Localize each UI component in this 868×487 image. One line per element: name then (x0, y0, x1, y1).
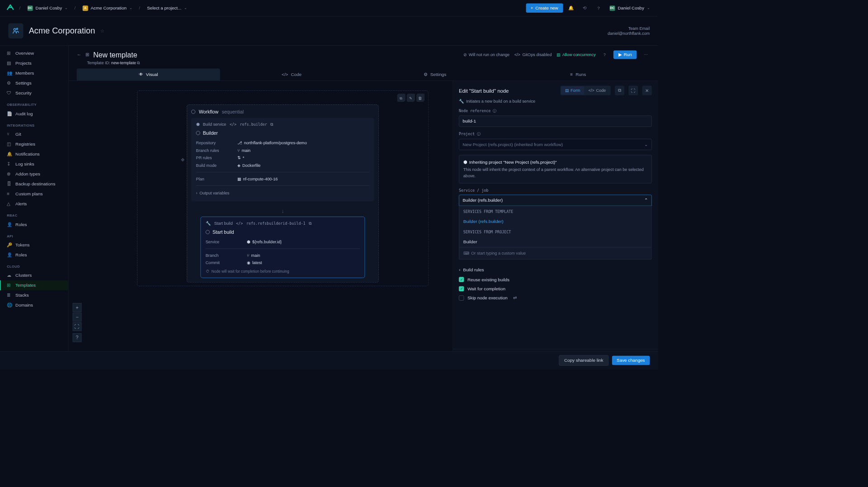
breadcrumb-project[interactable]: Select a project... ⌄ (144, 4, 189, 12)
toggle-form[interactable]: ▤Form (561, 86, 585, 95)
fit-view-button[interactable]: ⛶ (73, 322, 82, 331)
wrench-icon: 🔧 (459, 99, 464, 104)
canvas[interactable]: -50 ▢ ✎ 🗑 ⧉ ✎ 🗑 Workflow s (69, 81, 658, 369)
save-changes-button[interactable]: Save changes (612, 356, 650, 365)
star-icon[interactable]: ☆ (100, 28, 104, 33)
sidebar-item-members[interactable]: 👥Members (0, 68, 68, 78)
breadcrumb-user[interactable]: DC Daniel Cosby ⌄ (24, 4, 70, 12)
tab-code[interactable]: </>Code (220, 69, 363, 81)
page-title: Acme Corporation (29, 26, 95, 36)
sidebar-item-addon-types[interactable]: ⊕Addon types (0, 169, 68, 179)
sidebar-item-registries[interactable]: ◫Registries (0, 139, 68, 149)
sidebar-item-rbac-roles[interactable]: 👤Roles (0, 219, 68, 229)
output-variables-expand[interactable]: ›Output variables (196, 189, 370, 198)
tab-runs[interactable]: ≡Runs (506, 69, 650, 81)
sidebar-item-domains[interactable]: 🌐Domains (0, 300, 68, 310)
delete-icon[interactable]: 🗑 (416, 94, 424, 102)
wait-completion-checkbox[interactable]: ✓Wait for completion (459, 284, 652, 293)
sidebar-item-notifications[interactable]: 🔔Notifications (0, 149, 68, 159)
gear-icon: ⚙ (424, 72, 428, 77)
service-select[interactable]: Builder (refs.builder) ⌃ (459, 195, 652, 206)
user-avatar-icon: DC (609, 5, 615, 11)
sidebar-item-clusters[interactable]: ☁Clusters (0, 270, 68, 280)
checkbox-checked-icon: ✓ (459, 277, 464, 282)
globe-icon: 🌐 (7, 303, 12, 307)
copy-shareable-link-button[interactable]: Copy shareable link (559, 355, 609, 365)
breadcrumb-org[interactable]: A Acme Corporation ⌄ (80, 4, 135, 12)
copy-icon[interactable]: ⧉ (397, 94, 405, 102)
close-button[interactable]: ✕ (642, 86, 651, 95)
tab-visual[interactable]: 👁Visual (77, 69, 220, 81)
sidebar-item-stacks[interactable]: ≣Stacks (0, 290, 68, 300)
dropdown-custom-input[interactable]: ⌨Or start typing a custom value (459, 247, 651, 260)
project-select[interactable]: New Project (refs.project) (inherited fr… (459, 139, 652, 150)
dropdown-item-builder-template[interactable]: Builder (refs.builder) (459, 216, 651, 227)
toggle-code[interactable]: </>Code (584, 86, 610, 95)
copy-icon[interactable]: ⧉ (309, 221, 312, 226)
addon-icon: ⊕ (7, 171, 12, 176)
sidebar-item-templates[interactable]: ⊞Templates (0, 280, 68, 290)
drag-handle-icon[interactable]: ✥ (181, 157, 184, 162)
sidebar-section-api: API (0, 229, 68, 240)
info-icon[interactable]: ⓘ (493, 109, 496, 113)
start-build-node[interactable]: 🔧 Start build </> refs.refsbuilderid-bui… (200, 217, 365, 278)
sidebar-item-alerts[interactable]: △Alerts (0, 199, 68, 209)
workflow-outer-container[interactable]: ▢ ✎ 🗑 ⧉ ✎ 🗑 Workflow sequential (137, 90, 428, 286)
back-button[interactable]: ← (77, 52, 81, 57)
panel-title: Edit "Start build" node (459, 88, 556, 94)
help-icon[interactable]: ? (600, 51, 609, 59)
copy-button[interactable]: ⧉ (615, 86, 624, 95)
copy-icon[interactable]: ⧉ (137, 60, 140, 65)
sidebar-item-settings[interactable]: ⚙Settings (0, 78, 68, 88)
template-icon: ⊞ (7, 283, 12, 288)
node-reference-input[interactable] (459, 115, 652, 127)
sidebar-item-audit-log[interactable]: 📄Audit log (0, 109, 68, 118)
notifications-icon[interactable]: 🔔 (566, 3, 576, 14)
sidebar-item-api-roles[interactable]: 👤Roles (0, 250, 68, 260)
zoom-out-button[interactable]: − (73, 312, 82, 322)
nav-icon[interactable]: ⟲ (580, 3, 590, 14)
reuse-builds-checkbox[interactable]: ✓Reuse existing builds (459, 275, 652, 284)
create-new-button[interactable]: + Create new (526, 4, 563, 13)
code-icon: </> (236, 221, 243, 226)
status-concurrency[interactable]: ▥Allow concurrency (557, 52, 596, 57)
user-menu[interactable]: DC Daniel Cosby ⌄ (607, 4, 652, 12)
zoom-in-button[interactable]: + (73, 303, 82, 312)
build-service-node[interactable]: ✥ ⬢ Build service </> refs.builder ⧉ Bui… (191, 118, 374, 202)
sidebar-item-git[interactable]: ⑂Git (0, 129, 68, 139)
sidebar-item-security[interactable]: 🛡Security (0, 88, 68, 98)
plans-icon: ≡ (7, 191, 12, 196)
breadcrumb-separator: / (139, 5, 140, 10)
sidebar-item-projects[interactable]: ▤Projects (0, 58, 68, 68)
tab-settings[interactable]: ⚙Settings (363, 69, 506, 81)
copy-icon[interactable]: ⧉ (270, 122, 274, 127)
expand-button[interactable]: ⛶ (628, 86, 638, 95)
info-icon[interactable]: ⓘ (477, 132, 481, 137)
more-icon[interactable]: ⋯ (642, 51, 650, 59)
dropdown-section-project: SERVICES FROM PROJECT (459, 227, 651, 236)
status-gitops[interactable]: </>GitOps disabled (514, 52, 552, 57)
help-icon[interactable]: ? (593, 3, 604, 14)
status-will-not-run[interactable]: ⊘Will not run on change (463, 52, 510, 57)
workflow-inner-container[interactable]: ⧉ ✎ 🗑 Workflow sequential ✥ ⬢ (187, 104, 378, 282)
service-dropdown: SERVICES FROM TEMPLATE Builder (refs.bui… (459, 206, 652, 260)
docker-icon: ◈ (237, 163, 241, 168)
chevron-up-icon: ⌃ (644, 198, 648, 203)
dropdown-item-builder-project[interactable]: Builder (459, 236, 651, 247)
skip-execution-checkbox[interactable]: Skip node execution⇄ (459, 293, 652, 303)
sidebar-item-overview[interactable]: ⊞Overview (0, 48, 68, 58)
cube-icon: ⬢ (196, 122, 200, 127)
circle-slash-icon: ⊘ (463, 52, 467, 57)
run-button[interactable]: ▶Run (613, 50, 637, 59)
svg-point-1 (16, 28, 18, 29)
sidebar-item-tokens[interactable]: 🔑Tokens (0, 240, 68, 250)
sidebar-item-log-sinks[interactable]: ↧Log sinks (0, 159, 68, 169)
build-rules-expand[interactable]: ›Build rules (459, 264, 652, 274)
edit-icon[interactable]: ✎ (407, 94, 415, 102)
sidebar-item-backup-destinations[interactable]: 🗄Backup destinations (0, 179, 68, 189)
form-code-toggle: ▤Form </>Code (560, 86, 610, 95)
layers-icon: ▥ (557, 52, 560, 57)
help-button[interactable]: ? (73, 333, 82, 342)
sidebar-item-custom-plans[interactable]: ≡Custom plans (0, 189, 68, 199)
branch-icon: ⑂ (237, 148, 240, 153)
